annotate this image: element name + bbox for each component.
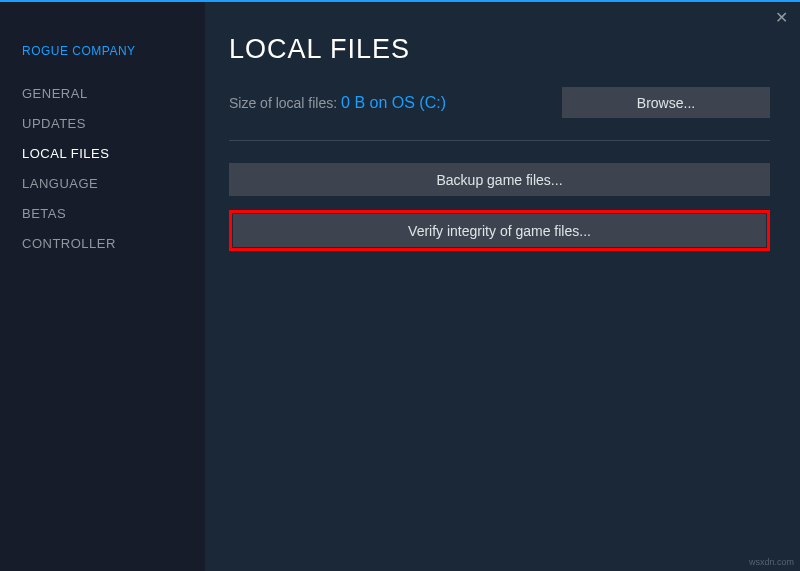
size-label: Size of local files:: [229, 95, 341, 111]
sidebar-item-label: LANGUAGE: [22, 176, 98, 191]
close-icon[interactable]: ✕: [775, 8, 788, 27]
sidebar-item-label: LOCAL FILES: [22, 146, 109, 161]
sidebar-item-label: UPDATES: [22, 116, 86, 131]
sidebar-item-general[interactable]: GENERAL: [22, 86, 183, 101]
top-accent-bar: [0, 0, 800, 2]
backup-button[interactable]: Backup game files...: [229, 163, 770, 196]
sidebar-item-label: BETAS: [22, 206, 66, 221]
sidebar-item-label: CONTROLLER: [22, 236, 116, 251]
page-title: LOCAL FILES: [229, 34, 770, 65]
size-row: Size of local files: 0 B on OS (C:) Brow…: [229, 87, 770, 118]
window-container: ROGUE COMPANY GENERAL UPDATES LOCAL FILE…: [0, 0, 800, 571]
sidebar-item-betas[interactable]: BETAS: [22, 206, 183, 221]
sidebar-item-local-files[interactable]: LOCAL FILES: [22, 146, 183, 161]
sidebar: ROGUE COMPANY GENERAL UPDATES LOCAL FILE…: [0, 2, 205, 571]
watermark: wsxdn.com: [749, 557, 794, 567]
verify-integrity-button[interactable]: Verify integrity of game files...: [233, 214, 766, 247]
size-value-link[interactable]: 0 B on OS (C:): [341, 94, 446, 111]
browse-button[interactable]: Browse...: [562, 87, 770, 118]
sidebar-item-updates[interactable]: UPDATES: [22, 116, 183, 131]
sidebar-item-label: GENERAL: [22, 86, 88, 101]
divider: [229, 140, 770, 141]
main-content: LOCAL FILES Size of local files: 0 B on …: [205, 2, 800, 571]
size-text: Size of local files: 0 B on OS (C:): [229, 94, 446, 112]
sidebar-item-language[interactable]: LANGUAGE: [22, 176, 183, 191]
game-title: ROGUE COMPANY: [22, 44, 183, 58]
sidebar-item-controller[interactable]: CONTROLLER: [22, 236, 183, 251]
verify-highlight: Verify integrity of game files...: [229, 210, 770, 251]
